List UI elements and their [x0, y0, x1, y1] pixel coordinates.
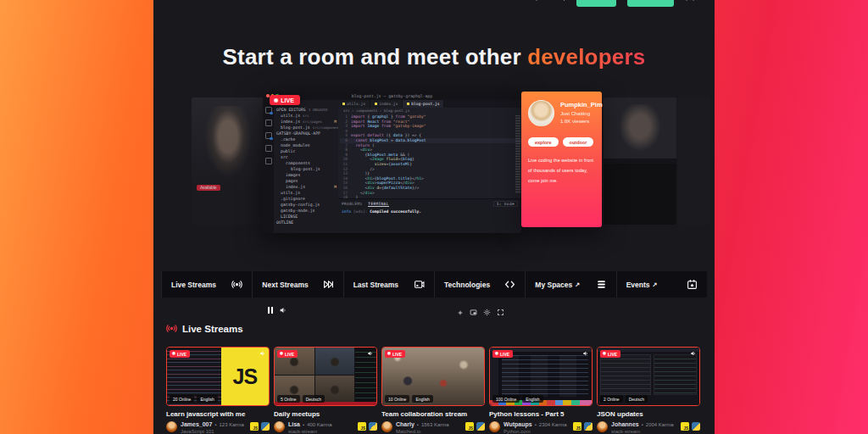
language-badge: Deutsch	[303, 395, 325, 403]
nav-tab-label: Next Streams	[262, 281, 308, 289]
nav-tab[interactable]: My Spaces↗	[525, 271, 615, 298]
nav-tab[interactable]: Last Streams↗	[343, 271, 434, 298]
broadcast-icon	[166, 323, 177, 334]
stream-button[interactable]: Stream	[627, 0, 674, 7]
volume-icon[interactable]	[367, 350, 374, 357]
streamer-avatar[interactable]	[528, 100, 554, 126]
stream-title[interactable]: JSON updates	[597, 410, 700, 418]
author-name[interactable]: Lisa	[288, 421, 300, 427]
build-button[interactable]: Build	[576, 0, 616, 7]
external-link-icon: ↗	[653, 281, 658, 288]
author-name[interactable]: James_007	[181, 421, 212, 427]
logo[interactable]: stackstream	[166, 0, 245, 3]
file-tree-row: components	[274, 160, 338, 166]
fullscreen-icon[interactable]	[497, 309, 504, 316]
nav-tab-label: Events	[626, 281, 650, 289]
stream-card[interactable]: ◉LIVE JS 100 Online English	[489, 347, 593, 434]
avatar[interactable]	[166, 421, 177, 432]
avatar[interactable]	[597, 421, 608, 432]
file-tree-row: OUTLINE	[274, 220, 338, 225]
stream-card[interactable]: ◉LIVE JS 20 Online English	[166, 347, 270, 434]
volume-icon[interactable]	[582, 350, 589, 357]
stream-title[interactable]: Learn javascript with me	[166, 410, 270, 418]
avatar[interactable]	[274, 421, 285, 432]
stream-thumbnail[interactable]: ◉LIVE JS 20 Online English	[166, 347, 270, 406]
nav-tab[interactable]: Technologies↗	[434, 271, 525, 298]
window-title: blog-post.js — gatsby-graphql-app	[263, 94, 521, 98]
stream-title[interactable]: Team collaboration stream	[381, 410, 485, 418]
feedback-flag-icon[interactable]	[534, 0, 544, 2]
editor-breadcrumb: src › components › blog-post.js	[338, 108, 521, 114]
thumbnail-badges: 10 Online English	[385, 395, 433, 403]
clip-plus-icon[interactable]	[457, 309, 464, 316]
streamer-card[interactable]: Pumpkin_Pim Just Chatting 1.6K viewers e…	[521, 92, 602, 227]
tech-icons: JS	[681, 421, 700, 434]
nav-tab[interactable]: Next Streams↗	[252, 271, 342, 298]
tech-icons: JS	[573, 421, 593, 434]
nav-tab-icon	[231, 279, 242, 290]
streamer-tags: exploreoutdoor	[528, 137, 595, 147]
online-count-badge: 100 Online	[492, 395, 520, 403]
author-name[interactable]: Wutpaups	[504, 421, 532, 427]
activity-icon	[265, 145, 272, 152]
nav-tab[interactable]: Events↗	[616, 271, 707, 298]
streamer-category: Just Chatting	[560, 111, 603, 116]
stream-channel: stack-stream	[611, 429, 681, 434]
stream-video-player[interactable]: blog-post.js — gatsby-graphql-app EXPLOR…	[263, 92, 521, 233]
stream-card[interactable]: ◉LIVE JS 5 Online Deutsch	[274, 347, 377, 434]
online-count-badge: 2 Online	[600, 395, 623, 403]
streamer-tag[interactable]: outdoor	[563, 137, 594, 147]
author-name[interactable]: Johannes	[611, 421, 639, 427]
stream-thumbnail[interactable]: ◉LIVE JS 100 Online English	[489, 347, 593, 406]
online-count-badge: 10 Online	[385, 395, 409, 403]
settings-gear-icon[interactable]	[483, 309, 491, 316]
stream-card[interactable]: ◉LIVE JS 2 Online Deutsch	[597, 347, 700, 434]
streamer-tag[interactable]: explore	[528, 137, 559, 147]
volume-icon[interactable]	[259, 350, 266, 357]
file-tree-row: node_modules	[274, 142, 338, 148]
editor-activity-bar	[263, 100, 274, 233]
file-tree-row: gatsby-config.js	[274, 202, 338, 208]
volume-icon[interactable]	[279, 306, 287, 314]
author-karma: 2304 Karma	[539, 422, 567, 427]
live-badge: ◉LIVE	[492, 350, 513, 358]
stream-title[interactable]: Daily meetups	[274, 410, 377, 418]
tech-icons: JS	[465, 421, 485, 434]
stream-title[interactable]: Python lessons - Part 5	[489, 410, 593, 418]
author-karma: 2004 Karma	[646, 422, 674, 427]
author-name[interactable]: Charly	[396, 421, 415, 427]
nav-tab[interactable]: Live Streams↗	[161, 271, 252, 298]
python-icon	[476, 422, 485, 431]
category-tabbar: Live Streams↗ Next Streams↗	[161, 271, 707, 298]
activity-icon	[265, 120, 272, 126]
volume-icon[interactable]	[690, 350, 697, 357]
stream-thumbnail[interactable]: ◉LIVE JS 10 Online English	[381, 347, 485, 406]
editor-code: 1import { graphql } from "gatsby" 2impor…	[338, 114, 521, 198]
file-tree-row: utils.js	[274, 190, 338, 196]
top-navbar: stackstream Build Stream	[166, 0, 704, 11]
thumbnail-badges: 20 Online English	[170, 395, 218, 403]
avatar[interactable]	[381, 421, 392, 432]
stream-cards-row: ◉LIVE JS 20 Online English	[166, 347, 700, 434]
stream-card[interactable]: ◉LIVE JS 10 Online English	[381, 347, 485, 434]
file-tree-row: LICENSE	[274, 214, 338, 220]
online-count-badge: 5 Online	[277, 395, 300, 403]
stream-thumbnail[interactable]: ◉LIVE JS 5 Online Deutsch	[274, 347, 377, 406]
javascript-icon: JS	[681, 422, 689, 431]
streamer-viewers: 1.6K viewers	[560, 119, 603, 124]
pause-icon[interactable]	[268, 307, 273, 314]
pip-icon[interactable]	[470, 309, 477, 316]
profile-menu[interactable]	[685, 0, 704, 2]
file-tree-row: gatsby-node.js	[274, 208, 338, 214]
language-badge: English	[522, 395, 542, 403]
logo-text: stackstream	[181, 0, 245, 3]
file-tree-row: src	[274, 154, 338, 160]
author-karma: 1563 Karma	[421, 422, 449, 427]
activity-icon	[265, 158, 272, 164]
backdrop-webcam-left: Available	[192, 97, 264, 225]
stream-thumbnail[interactable]: ◉LIVE JS 2 Online Deutsch	[597, 347, 700, 406]
streamer-name[interactable]: Pumpkin_Pim	[560, 101, 603, 108]
terminal-tab: PROBLEMS	[342, 202, 362, 206]
avatar[interactable]	[489, 421, 500, 432]
search-icon[interactable]	[555, 0, 565, 2]
